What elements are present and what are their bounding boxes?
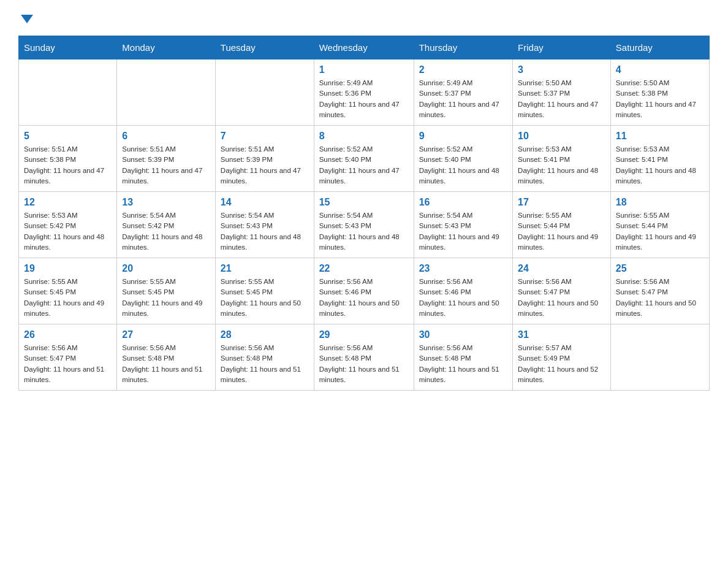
day-info: Sunrise: 5:50 AM Sunset: 5:38 PM Dayligh… [616,78,704,120]
day-number: 12 [24,197,112,208]
day-info: Sunrise: 5:56 AM Sunset: 5:46 PM Dayligh… [319,277,409,319]
logo [18,12,33,23]
day-info: Sunrise: 5:56 AM Sunset: 5:47 PM Dayligh… [24,343,112,385]
day-info: Sunrise: 5:56 AM Sunset: 5:48 PM Dayligh… [122,343,210,385]
day-info: Sunrise: 5:56 AM Sunset: 5:48 PM Dayligh… [419,343,507,385]
calendar-cell: 1Sunrise: 5:49 AM Sunset: 5:36 PM Daylig… [314,59,414,126]
day-number: 26 [24,329,112,340]
day-info: Sunrise: 5:55 AM Sunset: 5:45 PM Dayligh… [221,277,309,319]
calendar-cell: 19Sunrise: 5:55 AM Sunset: 5:45 PM Dayli… [19,258,117,324]
calendar-cell: 14Sunrise: 5:54 AM Sunset: 5:43 PM Dayli… [215,192,314,258]
day-number: 30 [419,329,507,340]
calendar-week-row: 1Sunrise: 5:49 AM Sunset: 5:36 PM Daylig… [19,59,710,126]
calendar-cell: 5Sunrise: 5:51 AM Sunset: 5:38 PM Daylig… [19,126,117,192]
day-info: Sunrise: 5:56 AM Sunset: 5:48 PM Dayligh… [319,343,409,385]
calendar-week-row: 19Sunrise: 5:55 AM Sunset: 5:45 PM Dayli… [19,258,710,324]
header-saturday: Saturday [610,36,709,59]
calendar-cell [19,59,117,126]
day-number: 28 [221,329,309,340]
calendar-cell [215,59,314,126]
day-info: Sunrise: 5:53 AM Sunset: 5:42 PM Dayligh… [24,210,112,253]
day-number: 5 [24,131,112,142]
day-info: Sunrise: 5:53 AM Sunset: 5:41 PM Dayligh… [518,144,605,186]
day-number: 18 [616,197,704,208]
day-info: Sunrise: 5:54 AM Sunset: 5:43 PM Dayligh… [419,210,507,253]
calendar-cell: 30Sunrise: 5:56 AM Sunset: 5:48 PM Dayli… [414,324,512,391]
day-number: 22 [319,263,409,274]
header-friday: Friday [513,36,611,59]
day-info: Sunrise: 5:56 AM Sunset: 5:47 PM Dayligh… [518,277,605,319]
day-number: 4 [616,64,704,75]
calendar-header-row: Sunday Monday Tuesday Wednesday Thursday… [19,36,710,59]
calendar-cell: 22Sunrise: 5:56 AM Sunset: 5:46 PM Dayli… [314,258,414,324]
day-info: Sunrise: 5:50 AM Sunset: 5:37 PM Dayligh… [518,78,605,120]
calendar-cell [117,59,216,126]
day-info: Sunrise: 5:56 AM Sunset: 5:48 PM Dayligh… [221,343,309,385]
calendar-cell: 25Sunrise: 5:56 AM Sunset: 5:47 PM Dayli… [610,258,709,324]
calendar-cell: 21Sunrise: 5:55 AM Sunset: 5:45 PM Dayli… [215,258,314,324]
day-info: Sunrise: 5:49 AM Sunset: 5:37 PM Dayligh… [419,78,507,120]
calendar-cell: 29Sunrise: 5:56 AM Sunset: 5:48 PM Dayli… [314,324,414,391]
day-number: 3 [518,64,605,75]
day-number: 23 [419,263,507,274]
calendar-cell: 31Sunrise: 5:57 AM Sunset: 5:49 PM Dayli… [513,324,611,391]
day-number: 10 [518,131,605,142]
day-info: Sunrise: 5:51 AM Sunset: 5:39 PM Dayligh… [221,144,309,186]
calendar-cell: 2Sunrise: 5:49 AM Sunset: 5:37 PM Daylig… [414,59,512,126]
calendar-cell: 20Sunrise: 5:55 AM Sunset: 5:45 PM Dayli… [117,258,216,324]
day-number: 14 [221,197,309,208]
calendar-table: Sunday Monday Tuesday Wednesday Thursday… [18,36,710,391]
day-number: 9 [419,131,507,142]
calendar-cell: 27Sunrise: 5:56 AM Sunset: 5:48 PM Dayli… [117,324,216,391]
day-info: Sunrise: 5:51 AM Sunset: 5:39 PM Dayligh… [122,144,210,186]
day-number: 2 [419,64,507,75]
header-wednesday: Wednesday [314,36,414,59]
day-info: Sunrise: 5:55 AM Sunset: 5:44 PM Dayligh… [518,210,605,253]
calendar-cell: 10Sunrise: 5:53 AM Sunset: 5:41 PM Dayli… [513,126,611,192]
calendar-cell: 6Sunrise: 5:51 AM Sunset: 5:39 PM Daylig… [117,126,216,192]
day-info: Sunrise: 5:55 AM Sunset: 5:45 PM Dayligh… [122,277,210,319]
day-number: 7 [221,131,309,142]
calendar-cell: 26Sunrise: 5:56 AM Sunset: 5:47 PM Dayli… [19,324,117,391]
day-number: 29 [319,329,409,340]
calendar-cell: 11Sunrise: 5:53 AM Sunset: 5:41 PM Dayli… [610,126,709,192]
calendar-cell: 24Sunrise: 5:56 AM Sunset: 5:47 PM Dayli… [513,258,611,324]
calendar-cell: 7Sunrise: 5:51 AM Sunset: 5:39 PM Daylig… [215,126,314,192]
calendar-cell: 12Sunrise: 5:53 AM Sunset: 5:42 PM Dayli… [19,192,117,258]
header-tuesday: Tuesday [215,36,314,59]
day-info: Sunrise: 5:56 AM Sunset: 5:47 PM Dayligh… [616,277,704,319]
day-info: Sunrise: 5:53 AM Sunset: 5:41 PM Dayligh… [616,144,704,186]
calendar-cell: 15Sunrise: 5:54 AM Sunset: 5:43 PM Dayli… [314,192,414,258]
day-number: 24 [518,263,605,274]
page-header [18,12,710,23]
header-sunday: Sunday [19,36,117,59]
calendar-cell: 9Sunrise: 5:52 AM Sunset: 5:40 PM Daylig… [414,126,512,192]
calendar-cell: 13Sunrise: 5:54 AM Sunset: 5:42 PM Dayli… [117,192,216,258]
day-number: 15 [319,197,409,208]
day-number: 13 [122,197,210,208]
day-number: 17 [518,197,605,208]
day-info: Sunrise: 5:54 AM Sunset: 5:43 PM Dayligh… [221,210,309,253]
calendar-cell [610,324,709,391]
day-number: 8 [319,131,409,142]
calendar-cell: 28Sunrise: 5:56 AM Sunset: 5:48 PM Dayli… [215,324,314,391]
calendar-cell: 23Sunrise: 5:56 AM Sunset: 5:46 PM Dayli… [414,258,512,324]
calendar-week-row: 12Sunrise: 5:53 AM Sunset: 5:42 PM Dayli… [19,192,710,258]
day-number: 1 [319,64,409,75]
day-number: 19 [24,263,112,274]
header-monday: Monday [117,36,216,59]
day-info: Sunrise: 5:54 AM Sunset: 5:43 PM Dayligh… [319,210,409,253]
day-number: 11 [616,131,704,142]
day-number: 16 [419,197,507,208]
calendar-cell: 17Sunrise: 5:55 AM Sunset: 5:44 PM Dayli… [513,192,611,258]
day-info: Sunrise: 5:56 AM Sunset: 5:46 PM Dayligh… [419,277,507,319]
day-info: Sunrise: 5:52 AM Sunset: 5:40 PM Dayligh… [419,144,507,186]
day-info: Sunrise: 5:57 AM Sunset: 5:49 PM Dayligh… [518,343,605,385]
calendar-cell: 4Sunrise: 5:50 AM Sunset: 5:38 PM Daylig… [610,59,709,126]
calendar-cell: 8Sunrise: 5:52 AM Sunset: 5:40 PM Daylig… [314,126,414,192]
day-info: Sunrise: 5:55 AM Sunset: 5:45 PM Dayligh… [24,277,112,319]
header-thursday: Thursday [414,36,512,59]
day-info: Sunrise: 5:55 AM Sunset: 5:44 PM Dayligh… [616,210,704,253]
day-info: Sunrise: 5:51 AM Sunset: 5:38 PM Dayligh… [24,144,112,186]
day-info: Sunrise: 5:54 AM Sunset: 5:42 PM Dayligh… [122,210,210,253]
